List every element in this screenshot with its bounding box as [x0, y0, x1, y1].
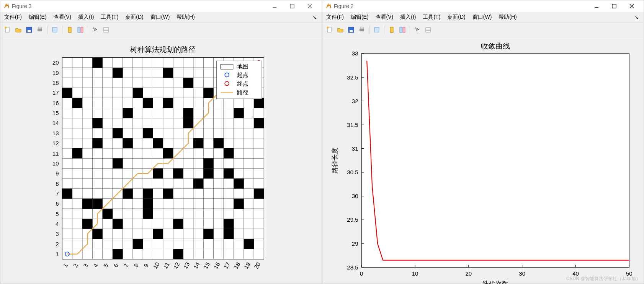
menu-tools[interactable]: 工具(T)	[98, 13, 121, 21]
menu-insert[interactable]: 插入(I)	[76, 13, 96, 21]
svg-rect-92	[163, 98, 173, 108]
svg-text:9: 9	[142, 263, 150, 269]
svg-text:17: 17	[222, 261, 231, 270]
axes-path[interactable]: 1234567891011121314151617181920123456789…	[0, 37, 322, 284]
pointer-icon[interactable]	[412, 25, 422, 35]
svg-text:7: 7	[122, 263, 129, 269]
menu-view[interactable]: 查看(V)	[373, 13, 396, 21]
open-icon[interactable]	[13, 25, 23, 35]
pointer-icon[interactable]	[90, 25, 100, 35]
svg-text:10: 10	[152, 261, 160, 270]
menu-file[interactable]: 文件(F)	[324, 13, 346, 21]
svg-rect-11	[68, 27, 71, 32]
menubar[interactable]: 文件(F) 编辑(E) 查看(V) 插入(I) 工具(T) 桌面(D) 窗口(W…	[322, 12, 644, 23]
svg-rect-109	[224, 169, 234, 179]
svg-text:4: 4	[56, 221, 59, 227]
svg-text:28.5: 28.5	[347, 264, 358, 271]
save-icon[interactable]	[24, 25, 34, 35]
svg-text:30.5: 30.5	[347, 169, 358, 175]
svg-rect-183	[390, 27, 393, 32]
inspector-icon[interactable]	[101, 25, 111, 35]
svg-point-5	[5, 27, 7, 29]
menu-desktop[interactable]: 桌面(D)	[445, 13, 467, 21]
svg-rect-117	[254, 188, 264, 198]
figure-window-3: Figure 3 文件(F) 编辑(E) 查看(V) 插入(I) 工具(T) 桌…	[0, 0, 322, 284]
svg-text:终点: 终点	[237, 80, 248, 87]
svg-rect-76	[113, 68, 123, 78]
svg-rect-80	[133, 239, 143, 249]
svg-point-177	[327, 27, 329, 29]
menu-desktop[interactable]: 桌面(D)	[123, 13, 145, 21]
svg-text:16: 16	[212, 261, 221, 270]
print-icon[interactable]	[357, 25, 367, 35]
link-icon[interactable]	[50, 25, 60, 35]
svg-rect-100	[193, 179, 203, 188]
svg-rect-103	[203, 169, 213, 179]
minimize-button[interactable]	[266, 0, 283, 12]
menu-help[interactable]: 帮助(H)	[496, 13, 519, 21]
titlebar[interactable]: Figure 2	[322, 0, 644, 12]
svg-text:29.5: 29.5	[347, 216, 358, 223]
svg-text:16: 16	[52, 100, 59, 106]
svg-text:30: 30	[352, 193, 358, 199]
matlab-icon	[3, 3, 10, 9]
svg-text:5: 5	[56, 211, 59, 217]
maximize-button[interactable]	[605, 0, 623, 12]
close-button[interactable]	[301, 0, 319, 12]
svg-rect-97	[183, 118, 193, 128]
close-button[interactable]	[623, 0, 641, 12]
new-icon[interactable]	[3, 25, 13, 35]
menu-edit[interactable]: 编辑(E)	[348, 13, 371, 21]
menu-file[interactable]: 文件(F)	[2, 13, 24, 21]
menu-edit[interactable]: 编辑(E)	[26, 13, 49, 21]
inspector-icon[interactable]	[423, 25, 433, 35]
svg-text:19: 19	[52, 70, 59, 76]
svg-rect-10	[52, 28, 57, 32]
toolbar	[0, 23, 322, 37]
svg-rect-182	[374, 28, 379, 32]
svg-rect-90	[163, 188, 173, 198]
svg-rect-7	[28, 30, 31, 32]
svg-rect-61	[62, 88, 72, 98]
svg-text:14: 14	[192, 261, 201, 270]
svg-text:树种算法规划的路径: 树种算法规划的路径	[130, 45, 196, 54]
svg-rect-118	[254, 118, 264, 128]
svg-rect-99	[183, 78, 193, 88]
open-icon[interactable]	[335, 25, 345, 35]
svg-rect-164	[221, 64, 233, 69]
maximize-button[interactable]	[283, 0, 301, 12]
menu-help[interactable]: 帮助(H)	[174, 13, 197, 21]
svg-rect-184	[400, 27, 402, 32]
svg-rect-105	[203, 88, 213, 98]
svg-rect-91	[163, 148, 173, 158]
link-icon[interactable]	[372, 25, 382, 35]
svg-text:12: 12	[52, 140, 59, 146]
svg-rect-83	[143, 199, 153, 209]
layout-icon[interactable]	[75, 25, 85, 35]
svg-rect-65	[82, 199, 92, 209]
minimize-button[interactable]	[588, 0, 605, 12]
menu-insert[interactable]: 插入(I)	[398, 13, 418, 21]
svg-text:4: 4	[92, 263, 99, 269]
dock-icon[interactable]	[387, 25, 397, 35]
svg-rect-96	[173, 169, 183, 179]
layout-icon[interactable]	[397, 25, 407, 35]
dock-icon[interactable]	[65, 25, 75, 35]
menu-overflow-icon[interactable]: ↘	[632, 13, 641, 21]
svg-rect-13	[81, 27, 83, 32]
save-icon[interactable]	[346, 25, 356, 35]
svg-rect-71	[103, 209, 113, 219]
watermark: CSDN @智能算法研学社（Jack旭）	[566, 276, 641, 282]
axes-convergence[interactable]: 0102030405028.52929.53030.53131.53232.53…	[322, 37, 644, 284]
svg-text:14: 14	[52, 120, 59, 126]
menu-overflow-icon[interactable]: ↘	[310, 13, 319, 21]
titlebar[interactable]: Figure 3	[0, 0, 322, 12]
menu-view[interactable]: 查看(V)	[51, 13, 74, 21]
print-icon[interactable]	[35, 25, 45, 35]
menubar[interactable]: 文件(F) 编辑(E) 查看(V) 插入(I) 工具(T) 桌面(D) 窗口(W…	[0, 12, 322, 23]
new-icon[interactable]	[325, 25, 335, 35]
menu-window[interactable]: 窗口(W)	[470, 13, 494, 21]
menu-tools[interactable]: 工具(T)	[420, 13, 443, 21]
menu-window[interactable]: 窗口(W)	[148, 13, 172, 21]
svg-rect-67	[92, 199, 102, 209]
